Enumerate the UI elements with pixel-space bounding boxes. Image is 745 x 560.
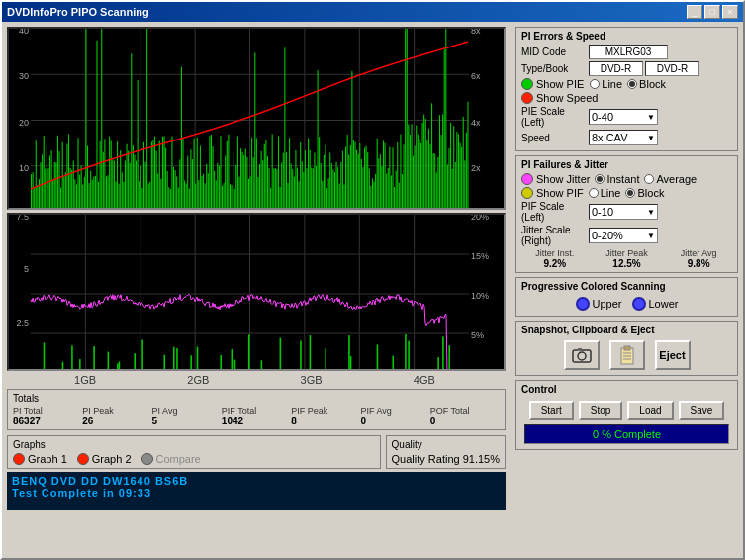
pcs-lower-dot (632, 297, 646, 311)
start-button[interactable]: Start (529, 401, 574, 420)
pie-scale-select[interactable]: 0-40 ▼ (589, 109, 658, 125)
lcd-line1: BENQ DVD DD DW1640 BS6B (12, 475, 501, 487)
pi-failures-group: PI Failures & Jitter Show Jitter Instant… (515, 155, 738, 273)
lcd-display: BENQ DVD DD DW1640 BS6B Test Complete in… (7, 472, 506, 510)
jitter-scale-label: Jitter Scale (Right) (521, 225, 586, 246)
speed-select[interactable]: 8x CAV ▼ (589, 130, 658, 145)
eject-label: Eject (659, 349, 685, 361)
pif-scale-value: 0-10 (592, 206, 613, 218)
jitter-avg-col: Jitter Avg 9.8% (665, 248, 732, 269)
clipboard-button[interactable] (609, 340, 645, 370)
jitter-instant-radio[interactable]: Instant (595, 173, 639, 185)
totals-pif-total: PIF Total 1042 (222, 406, 291, 426)
top-chart (7, 27, 506, 210)
show-speed-dot (521, 92, 533, 104)
load-button[interactable]: Load (627, 401, 673, 420)
pie-block-radio[interactable]: Block (627, 78, 666, 90)
close-button[interactable]: × (722, 5, 738, 19)
camera-icon (572, 347, 592, 363)
stop-button[interactable]: Stop (579, 401, 623, 420)
totals-pi-avg: PI Avg 5 (152, 406, 222, 426)
graph2-dot (77, 453, 89, 465)
show-pie-label: Show PIE (536, 78, 584, 90)
quality-rating: Quality Rating 91.15% (392, 453, 500, 465)
window-controls: _ □ × (687, 5, 738, 19)
pif-line-radio[interactable]: Line (589, 187, 621, 199)
show-pie-options: Line Block (590, 78, 666, 90)
graphs-title: Graphs (13, 439, 375, 450)
show-jitter-row: Show Jitter Instant Average (521, 173, 732, 185)
titlebar: DVDInfoPro PIPO Scanning _ □ × (2, 2, 743, 22)
totals-pif-peak: PIF Peak 8 (291, 406, 360, 426)
pi-errors-title: PI Errors & Speed (521, 31, 732, 42)
snapshot-row: Eject (521, 338, 732, 372)
pi-errors-group: PI Errors & Speed MID Code MXLRG03 Type/… (515, 27, 738, 151)
pif-block-radio[interactable]: Block (625, 187, 664, 199)
svg-rect-2 (578, 348, 582, 351)
jitter-instant-circle (595, 174, 605, 184)
bottom-section: Graphs Graph 1 Graph 2 Compare (7, 435, 506, 469)
mid-code-row: MID Code MXLRG03 (521, 45, 732, 59)
pie-line-radio[interactable]: Line (590, 78, 622, 90)
totals-row: PI Total 86327 PI Peak 26 PI Avg 5 PIF T… (13, 406, 500, 426)
pcs-group: Progressive Colored Scanning Upper Lower (515, 277, 738, 317)
control-title: Control (521, 384, 732, 395)
minimize-button[interactable]: _ (687, 5, 702, 19)
totals-section: Totals PI Total 86327 PI Peak 26 PI Avg … (7, 389, 506, 430)
show-speed-label: Show Speed (536, 92, 598, 104)
quality-title: Quality (392, 439, 500, 450)
totals-pi-peak: PI Peak 26 (82, 406, 151, 426)
bottom-chart (7, 213, 506, 371)
show-jitter-label: Show Jitter (536, 173, 590, 185)
pie-block-circle (627, 79, 637, 89)
maximize-button[interactable]: □ (704, 5, 720, 19)
jitter-inst-value: 9.2% (543, 258, 566, 269)
pif-options: Line Block (589, 187, 665, 199)
window-title: DVDInfoPro PIPO Scanning (7, 6, 149, 18)
graphs-section: Graphs Graph 1 Graph 2 Compare (7, 435, 381, 469)
pcs-upper-dot (576, 297, 590, 311)
jitter-avg-radio[interactable]: Average (644, 173, 697, 185)
jitter-peak-value: 12.5% (612, 258, 640, 269)
totals-pi-total: PI Total 86327 (13, 406, 82, 426)
graph-items: Graph 1 Graph 2 Compare (13, 453, 375, 465)
svg-point-1 (578, 352, 586, 360)
pcs-upper-label: Upper (593, 298, 622, 310)
graph2-item[interactable]: Graph 2 (77, 453, 132, 465)
speed-row: Speed 8x CAV ▼ (521, 130, 732, 145)
jitter-avg-label: Jitter Avg (681, 248, 717, 258)
compare-item[interactable]: Compare (141, 453, 201, 465)
totals-pif-avg: PIF Avg 0 (360, 406, 429, 426)
type-book-val1: DVD-R (589, 61, 643, 76)
jitter-scale-value: 0-20% (592, 230, 623, 241)
mid-code-label: MID Code (521, 47, 586, 57)
jitter-scale-select[interactable]: 0-20% ▼ (589, 228, 658, 243)
show-pif-dot (521, 187, 533, 199)
content-area: 1GB 2GB 3GB 4GB Totals PI Total 86327 (2, 22, 743, 558)
pif-line-circle (589, 188, 599, 198)
pcs-upper-item: Upper (576, 297, 622, 311)
graph2-label: Graph 2 (92, 453, 132, 465)
graph1-dot (13, 453, 25, 465)
jitter-inst-label: Jitter Inst. (535, 248, 574, 258)
jitter-inst-col: Jitter Inst. 9.2% (521, 248, 589, 269)
save-button[interactable]: Save (679, 401, 725, 420)
show-pie-dot (521, 78, 533, 90)
lcd-line2: Test Complete in 09:33 (12, 487, 501, 499)
progress-bar: 0 % Complete (524, 424, 729, 444)
graph1-item[interactable]: Graph 1 (13, 453, 67, 465)
camera-button[interactable] (564, 340, 600, 370)
pcs-title: Progressive Colored Scanning (521, 281, 732, 292)
pie-line-circle (590, 79, 600, 89)
pie-scale-value: 0-40 (592, 111, 613, 123)
jitter-scale-row: Jitter Scale (Right) 0-20% ▼ (521, 225, 732, 246)
right-panel: PI Errors & Speed MID Code MXLRG03 Type/… (511, 22, 743, 558)
speed-label: Speed (521, 133, 586, 143)
pie-scale-arrow: ▼ (647, 113, 655, 122)
quality-section: Quality Quality Rating 91.15% (386, 435, 506, 469)
jitter-options: Instant Average (595, 173, 697, 185)
pif-scale-label: PIF Scale (Left) (521, 201, 586, 223)
pif-scale-select[interactable]: 0-10 ▼ (589, 204, 658, 220)
eject-button[interactable]: Eject (655, 340, 691, 370)
pif-block-circle (625, 188, 635, 198)
